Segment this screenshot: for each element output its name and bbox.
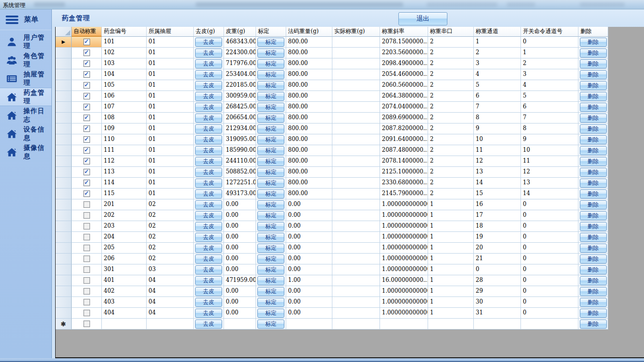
switch-channel-cell[interactable]: 0 [521, 221, 578, 232]
box-no-cell[interactable]: 103 [102, 58, 147, 69]
row-selector-cell[interactable] [56, 91, 72, 102]
tare-weight-cell[interactable]: 508852.00 [224, 167, 256, 178]
menu-toggle[interactable]: 菜单 [0, 9, 51, 30]
drawer-cell[interactable]: 01 [147, 145, 194, 156]
sidebar-item-7[interactable]: 摄像信息 [0, 143, 51, 161]
actual-weight-cell[interactable] [332, 48, 380, 58]
calibrate-button[interactable]: 标定 [257, 49, 284, 58]
tare-button[interactable]: 去皮 [195, 265, 222, 274]
box-no-cell[interactable]: 101 [102, 37, 147, 48]
box-no-cell[interactable]: 104 [102, 69, 147, 80]
row-selector-cell[interactable] [56, 210, 72, 221]
delete-button[interactable]: 删除 [580, 320, 607, 329]
autoweigh-checkbox[interactable] [83, 245, 90, 251]
tare-button[interactable]: 去皮 [195, 70, 222, 79]
slope-cell[interactable]: 1.0000000000000 [380, 264, 428, 275]
weight-cell[interactable]: 0.00 [286, 254, 332, 264]
column-header-2[interactable]: 药盒编号 [102, 27, 147, 37]
delete-button[interactable]: 删除 [580, 189, 607, 198]
tare-button[interactable]: 去皮 [195, 276, 222, 285]
delete-button[interactable]: 删除 [580, 309, 607, 318]
drawer-cell[interactable]: 01 [147, 102, 194, 113]
box-no-cell[interactable]: 401 [102, 275, 147, 286]
actual-weight-cell[interactable] [332, 189, 380, 199]
switch-channel-cell[interactable]: 0 [521, 286, 578, 297]
row-selector-cell[interactable] [56, 167, 72, 178]
channel-cell[interactable]: 6 [474, 91, 521, 102]
sidebar-item-2[interactable]: 角色管理 [0, 51, 51, 69]
tare-weight-cell[interactable]: 268425.00 [224, 102, 256, 113]
column-header-9[interactable]: 称重斜率 [380, 27, 428, 37]
slope-cell[interactable]: 1.0000000000000 [380, 232, 428, 243]
slope-cell[interactable]: 2087.8200000... [380, 123, 428, 134]
slope-cell[interactable]: 1.0000000000000 [380, 199, 428, 210]
calibrate-button[interactable]: 标定 [257, 146, 284, 155]
slope-cell[interactable] [380, 319, 428, 329]
port-cell[interactable]: 2 [428, 123, 474, 134]
box-no-cell[interactable]: 107 [102, 102, 147, 113]
weight-cell[interactable]: 800.00 [286, 80, 332, 91]
column-header-10[interactable]: 称重串口 [428, 27, 474, 37]
weight-cell[interactable]: 0.00 [286, 264, 332, 275]
drawer-cell[interactable]: 04 [147, 286, 194, 297]
weight-cell[interactable]: 0.00 [286, 286, 332, 297]
port-cell[interactable]: 2 [428, 178, 474, 189]
switch-channel-cell[interactable]: 12 [521, 167, 578, 178]
actual-weight-cell[interactable] [332, 286, 380, 297]
delete-button[interactable]: 删除 [580, 103, 607, 112]
actual-weight-cell[interactable] [332, 243, 380, 254]
box-no-cell[interactable]: 301 [102, 264, 147, 275]
calibrate-button[interactable]: 标定 [257, 189, 284, 198]
calibrate-button[interactable]: 标定 [257, 320, 284, 329]
box-no-cell[interactable]: 402 [102, 286, 147, 297]
channel-cell[interactable]: 14 [474, 178, 521, 189]
tare-button[interactable]: 去皮 [195, 211, 222, 220]
tare-weight-cell[interactable]: 0.00 [224, 264, 256, 275]
calibrate-button[interactable]: 标定 [257, 38, 284, 47]
slope-cell[interactable]: 2203.5600000... [380, 48, 428, 58]
column-header-7[interactable]: 法码重量(g) [286, 27, 332, 37]
channel-cell[interactable]: 31 [474, 308, 521, 319]
port-cell[interactable]: 1 [428, 254, 474, 264]
calibrate-button[interactable]: 标定 [257, 233, 284, 242]
tare-weight-cell[interactable]: 212934.00 [224, 123, 256, 134]
channel-cell[interactable]: 11 [474, 145, 521, 156]
port-cell[interactable]: 2 [428, 145, 474, 156]
switch-channel-cell[interactable]: 14 [521, 189, 578, 199]
weight-cell[interactable]: 0.00 [286, 221, 332, 232]
column-header-3[interactable]: 所属抽屉 [147, 27, 194, 37]
calibrate-button[interactable]: 标定 [257, 265, 284, 274]
box-no-cell[interactable] [102, 319, 147, 329]
switch-channel-cell[interactable]: 2 [521, 58, 578, 69]
sidebar-item-6[interactable]: 设备信息 [0, 124, 51, 143]
delete-button[interactable]: 删除 [580, 179, 607, 188]
slope-cell[interactable]: 2087.4800000... [380, 145, 428, 156]
delete-button[interactable]: 删除 [580, 255, 607, 263]
delete-button[interactable]: 删除 [580, 233, 607, 242]
column-header-5[interactable]: 皮重(g) [224, 27, 256, 37]
row-selector-cell[interactable] [56, 80, 72, 91]
exit-button[interactable]: 退出 [398, 12, 447, 25]
channel-cell[interactable]: 12 [474, 156, 521, 167]
tare-weight-cell[interactable]: 300959.00 [224, 91, 256, 102]
slope-cell[interactable]: 2098.4900000... [380, 58, 428, 69]
channel-cell[interactable]: 29 [474, 286, 521, 297]
slope-cell[interactable]: 2125.1000000... [380, 167, 428, 178]
actual-weight-cell[interactable] [332, 308, 380, 319]
tare-weight-cell[interactable]: 0.00 [224, 199, 256, 210]
switch-channel-cell[interactable]: 0 [521, 275, 578, 286]
tare-weight-cell[interactable]: 253404.00 [224, 69, 256, 80]
actual-weight-cell[interactable] [332, 264, 380, 275]
sidebar-item-3[interactable]: 抽屉管理 [0, 69, 51, 88]
tare-button[interactable]: 去皮 [195, 114, 222, 123]
box-no-cell[interactable]: 102 [102, 48, 147, 58]
tare-weight-cell[interactable]: 0.00 [224, 221, 256, 232]
box-no-cell[interactable]: 205 [102, 243, 147, 254]
calibrate-button[interactable]: 标定 [257, 244, 284, 253]
calibrate-button[interactable]: 标定 [257, 255, 284, 263]
row-selector-cell[interactable] [56, 308, 72, 319]
column-header-13[interactable]: 删除 [578, 27, 608, 37]
delete-button[interactable]: 删除 [580, 211, 607, 220]
calibrate-button[interactable]: 标定 [257, 200, 284, 209]
tare-weight-cell[interactable] [224, 319, 256, 329]
